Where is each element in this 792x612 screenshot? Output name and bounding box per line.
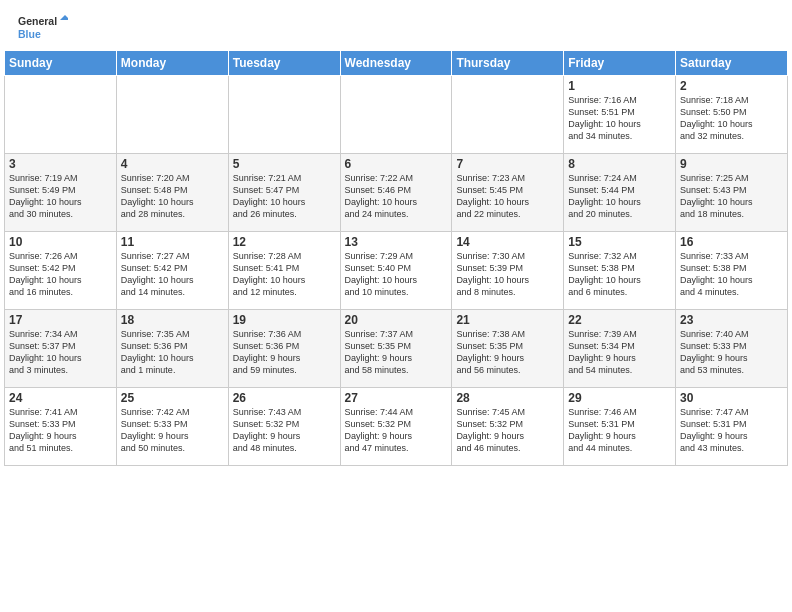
day-number: 27: [345, 391, 448, 405]
day-header-saturday: Saturday: [676, 51, 788, 76]
day-info: Sunrise: 7:30 AM Sunset: 5:39 PM Dayligh…: [456, 250, 559, 299]
day-number: 2: [680, 79, 783, 93]
logo-svg: General Blue: [18, 12, 68, 42]
calendar-week-5: 24Sunrise: 7:41 AM Sunset: 5:33 PM Dayli…: [5, 388, 788, 466]
day-number: 21: [456, 313, 559, 327]
calendar-cell: 2Sunrise: 7:18 AM Sunset: 5:50 PM Daylig…: [676, 76, 788, 154]
day-info: Sunrise: 7:25 AM Sunset: 5:43 PM Dayligh…: [680, 172, 783, 221]
calendar-cell: 29Sunrise: 7:46 AM Sunset: 5:31 PM Dayli…: [564, 388, 676, 466]
calendar-table-wrap: SundayMondayTuesdayWednesdayThursdayFrid…: [0, 50, 792, 470]
calendar-cell: [452, 76, 564, 154]
page-header: General Blue: [0, 0, 792, 50]
calendar-cell: 28Sunrise: 7:45 AM Sunset: 5:32 PM Dayli…: [452, 388, 564, 466]
day-info: Sunrise: 7:35 AM Sunset: 5:36 PM Dayligh…: [121, 328, 224, 377]
day-number: 5: [233, 157, 336, 171]
calendar-cell: 17Sunrise: 7:34 AM Sunset: 5:37 PM Dayli…: [5, 310, 117, 388]
day-info: Sunrise: 7:29 AM Sunset: 5:40 PM Dayligh…: [345, 250, 448, 299]
day-info: Sunrise: 7:24 AM Sunset: 5:44 PM Dayligh…: [568, 172, 671, 221]
day-number: 16: [680, 235, 783, 249]
day-info: Sunrise: 7:32 AM Sunset: 5:38 PM Dayligh…: [568, 250, 671, 299]
calendar-cell: 25Sunrise: 7:42 AM Sunset: 5:33 PM Dayli…: [116, 388, 228, 466]
day-number: 19: [233, 313, 336, 327]
day-number: 20: [345, 313, 448, 327]
calendar-cell: 1Sunrise: 7:16 AM Sunset: 5:51 PM Daylig…: [564, 76, 676, 154]
calendar-cell: 7Sunrise: 7:23 AM Sunset: 5:45 PM Daylig…: [452, 154, 564, 232]
day-info: Sunrise: 7:40 AM Sunset: 5:33 PM Dayligh…: [680, 328, 783, 377]
day-info: Sunrise: 7:18 AM Sunset: 5:50 PM Dayligh…: [680, 94, 783, 143]
day-header-monday: Monday: [116, 51, 228, 76]
calendar-week-4: 17Sunrise: 7:34 AM Sunset: 5:37 PM Dayli…: [5, 310, 788, 388]
day-number: 7: [456, 157, 559, 171]
calendar-cell: 13Sunrise: 7:29 AM Sunset: 5:40 PM Dayli…: [340, 232, 452, 310]
calendar-cell: 21Sunrise: 7:38 AM Sunset: 5:35 PM Dayli…: [452, 310, 564, 388]
calendar-cell: 8Sunrise: 7:24 AM Sunset: 5:44 PM Daylig…: [564, 154, 676, 232]
day-number: 11: [121, 235, 224, 249]
day-number: 29: [568, 391, 671, 405]
day-number: 18: [121, 313, 224, 327]
day-number: 30: [680, 391, 783, 405]
day-number: 6: [345, 157, 448, 171]
day-info: Sunrise: 7:27 AM Sunset: 5:42 PM Dayligh…: [121, 250, 224, 299]
calendar-cell: [116, 76, 228, 154]
calendar-cell: 16Sunrise: 7:33 AM Sunset: 5:38 PM Dayli…: [676, 232, 788, 310]
calendar-cell: [228, 76, 340, 154]
day-header-tuesday: Tuesday: [228, 51, 340, 76]
day-number: 17: [9, 313, 112, 327]
day-info: Sunrise: 7:45 AM Sunset: 5:32 PM Dayligh…: [456, 406, 559, 455]
day-number: 10: [9, 235, 112, 249]
day-info: Sunrise: 7:19 AM Sunset: 5:49 PM Dayligh…: [9, 172, 112, 221]
svg-text:Blue: Blue: [18, 28, 41, 40]
day-number: 4: [121, 157, 224, 171]
day-info: Sunrise: 7:28 AM Sunset: 5:41 PM Dayligh…: [233, 250, 336, 299]
day-header-wednesday: Wednesday: [340, 51, 452, 76]
calendar-cell: 27Sunrise: 7:44 AM Sunset: 5:32 PM Dayli…: [340, 388, 452, 466]
calendar-cell: 12Sunrise: 7:28 AM Sunset: 5:41 PM Dayli…: [228, 232, 340, 310]
calendar-cell: 14Sunrise: 7:30 AM Sunset: 5:39 PM Dayli…: [452, 232, 564, 310]
day-number: 23: [680, 313, 783, 327]
calendar-cell: 6Sunrise: 7:22 AM Sunset: 5:46 PM Daylig…: [340, 154, 452, 232]
day-info: Sunrise: 7:37 AM Sunset: 5:35 PM Dayligh…: [345, 328, 448, 377]
day-number: 9: [680, 157, 783, 171]
day-info: Sunrise: 7:47 AM Sunset: 5:31 PM Dayligh…: [680, 406, 783, 455]
day-info: Sunrise: 7:23 AM Sunset: 5:45 PM Dayligh…: [456, 172, 559, 221]
svg-text:General: General: [18, 15, 57, 27]
day-info: Sunrise: 7:26 AM Sunset: 5:42 PM Dayligh…: [9, 250, 112, 299]
calendar-week-1: 1Sunrise: 7:16 AM Sunset: 5:51 PM Daylig…: [5, 76, 788, 154]
day-header-friday: Friday: [564, 51, 676, 76]
logo: General Blue: [18, 12, 68, 42]
day-number: 3: [9, 157, 112, 171]
day-info: Sunrise: 7:46 AM Sunset: 5:31 PM Dayligh…: [568, 406, 671, 455]
day-number: 26: [233, 391, 336, 405]
day-info: Sunrise: 7:36 AM Sunset: 5:36 PM Dayligh…: [233, 328, 336, 377]
day-info: Sunrise: 7:33 AM Sunset: 5:38 PM Dayligh…: [680, 250, 783, 299]
calendar-cell: 11Sunrise: 7:27 AM Sunset: 5:42 PM Dayli…: [116, 232, 228, 310]
calendar-cell: 23Sunrise: 7:40 AM Sunset: 5:33 PM Dayli…: [676, 310, 788, 388]
calendar-cell: 30Sunrise: 7:47 AM Sunset: 5:31 PM Dayli…: [676, 388, 788, 466]
day-info: Sunrise: 7:44 AM Sunset: 5:32 PM Dayligh…: [345, 406, 448, 455]
day-number: 14: [456, 235, 559, 249]
calendar-cell: 22Sunrise: 7:39 AM Sunset: 5:34 PM Dayli…: [564, 310, 676, 388]
calendar-cell: 9Sunrise: 7:25 AM Sunset: 5:43 PM Daylig…: [676, 154, 788, 232]
day-number: 13: [345, 235, 448, 249]
calendar-cell: [5, 76, 117, 154]
calendar-cell: 15Sunrise: 7:32 AM Sunset: 5:38 PM Dayli…: [564, 232, 676, 310]
day-number: 25: [121, 391, 224, 405]
calendar-cell: 26Sunrise: 7:43 AM Sunset: 5:32 PM Dayli…: [228, 388, 340, 466]
calendar-cell: 10Sunrise: 7:26 AM Sunset: 5:42 PM Dayli…: [5, 232, 117, 310]
calendar-week-3: 10Sunrise: 7:26 AM Sunset: 5:42 PM Dayli…: [5, 232, 788, 310]
calendar-cell: 5Sunrise: 7:21 AM Sunset: 5:47 PM Daylig…: [228, 154, 340, 232]
calendar-week-2: 3Sunrise: 7:19 AM Sunset: 5:49 PM Daylig…: [5, 154, 788, 232]
day-number: 15: [568, 235, 671, 249]
calendar-cell: 4Sunrise: 7:20 AM Sunset: 5:48 PM Daylig…: [116, 154, 228, 232]
day-number: 8: [568, 157, 671, 171]
day-info: Sunrise: 7:16 AM Sunset: 5:51 PM Dayligh…: [568, 94, 671, 143]
calendar-cell: 20Sunrise: 7:37 AM Sunset: 5:35 PM Dayli…: [340, 310, 452, 388]
day-header-thursday: Thursday: [452, 51, 564, 76]
day-info: Sunrise: 7:41 AM Sunset: 5:33 PM Dayligh…: [9, 406, 112, 455]
day-info: Sunrise: 7:39 AM Sunset: 5:34 PM Dayligh…: [568, 328, 671, 377]
day-number: 1: [568, 79, 671, 93]
day-info: Sunrise: 7:22 AM Sunset: 5:46 PM Dayligh…: [345, 172, 448, 221]
day-number: 22: [568, 313, 671, 327]
day-number: 24: [9, 391, 112, 405]
day-number: 28: [456, 391, 559, 405]
